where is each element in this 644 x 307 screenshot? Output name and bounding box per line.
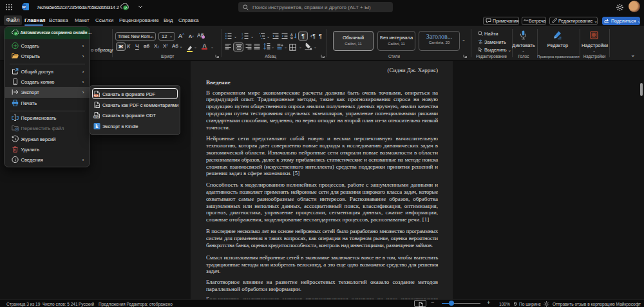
svg-text:W: W bbox=[22, 5, 26, 9]
svg-text:Я: Я bbox=[290, 36, 293, 39]
svg-text:1: 1 bbox=[242, 33, 243, 36]
svg-text:PDF: PDF bbox=[94, 95, 99, 97]
svg-text:ODT: ODT bbox=[94, 116, 99, 118]
svg-text:k: k bbox=[95, 124, 99, 129]
svg-text:2: 2 bbox=[242, 37, 243, 39]
